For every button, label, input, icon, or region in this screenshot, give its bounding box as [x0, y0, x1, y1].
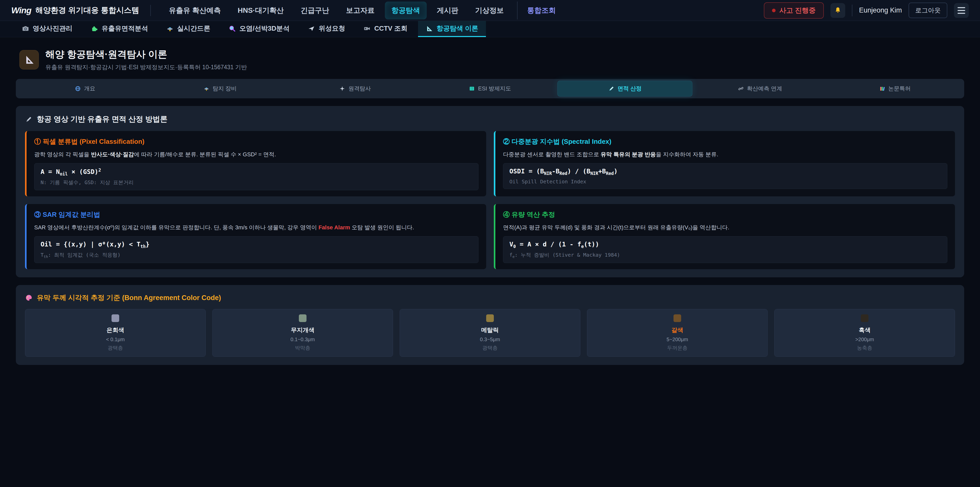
swatch-range: >200μm [779, 337, 951, 342]
swatch-card-black: 흑색 >200μm 농축층 [774, 309, 955, 357]
formula-box: OSDI = (BNIR-BRed) / (BNIR+BRed) Oil Spi… [503, 163, 947, 189]
formula: OSDI = (BNIR-BRed) / (BNIR+BRed) [509, 168, 941, 176]
magnifier-icon [229, 25, 236, 32]
logout-button[interactable]: 로그아웃 [908, 3, 947, 18]
nav-item-reports[interactable]: 보고자료 [339, 2, 381, 19]
swatch-card-rainbow: 무지개색 0.1~0.3μm 박막층 [212, 309, 393, 357]
puzzle-icon [91, 25, 98, 32]
page-subtitle: 유출유 원격탐지·항공감시 기법·ESI 방제정보지도·등록특허 10-1567… [45, 63, 247, 71]
page-header: 해양 항공탐색·원격탐사 이론 유출유 원격탐지·항공감시 기법·ESI 방제정… [0, 37, 980, 71]
tab-label: ESI 방제지도 [478, 85, 511, 93]
subtab-pollution-3d-analysis[interactable]: 오염/선박3D분석 [221, 21, 297, 37]
method-card-title: ③ SAR 임계값 분리법 [34, 210, 479, 219]
page-icon-box [19, 50, 39, 69]
link-icon [738, 86, 744, 92]
formula-box: A = Noil × (GSD)2 N: 기름 픽셀수, GSD: 지상 표본거… [34, 163, 479, 190]
nav-item-spill-forecast[interactable]: 유출유 확산예측 [162, 2, 228, 19]
formula-box: V0 = A × d / (1 - fe(t)) fe: 누적 증발비 (Sti… [503, 236, 947, 263]
formula-box: Oil = {(x,y) | σ⁰(x,y) < Tth} Tth: 최적 임계… [34, 236, 479, 263]
page-title: 해양 항공탐색·원격탐사 이론 [45, 48, 247, 61]
subtab-satellite-request[interactable]: 위성요청 [300, 21, 353, 37]
bonn-heading: 유막 두께 시각적 추정 기준 (Bonn Agreement Color Co… [25, 293, 955, 302]
drone-icon [204, 86, 210, 92]
notification-button[interactable] [830, 3, 845, 18]
method-card-spectral-index: ② 다중분광 지수법 (Spectral Index) 다중분광 센서로 촬영한… [494, 131, 955, 196]
nav-item-weather[interactable]: 기상정보 [469, 2, 511, 19]
sub-navbar: 영상사진관리 유출유면적분석 실시간드론 오염/선박3D분석 위성요청 CCTV… [0, 21, 980, 37]
sparkle-icon [339, 86, 345, 92]
brand: Wing 해양환경 위기대응 통합시스템 [11, 5, 139, 16]
nav-divider [150, 5, 151, 16]
tab-overview[interactable]: 개요 [18, 81, 153, 97]
method-card-title: ② 다중분광 지수법 (Spectral Index) [503, 137, 947, 146]
subtab-realtime-drone[interactable]: 실시간드론 [159, 21, 218, 37]
swatch-card-metallic: 메탈릭 0.3~5μm 광택층 [400, 309, 580, 357]
subtab-label: 유출유면적분석 [102, 24, 148, 33]
camera-icon [22, 25, 29, 32]
subtab-label: 오염/선박3D분석 [239, 24, 290, 33]
tab-papers-patents[interactable]: 논문특허 [827, 81, 963, 97]
tab-label: 개요 [84, 85, 95, 93]
nav-item-rescue[interactable]: 긴급구난 [294, 2, 336, 19]
swatch-name: 갈색 [591, 326, 763, 334]
tab-label: 탐지 장비 [213, 85, 237, 93]
swatch-card-silver-gray: 은회색 < 0.1μm 광택층 [25, 309, 206, 357]
swatch-layer: 두꺼운층 [591, 345, 763, 351]
nav-item-hns[interactable]: HNS·대기확산 [231, 2, 290, 19]
methodology-heading: 항공 영상 기반 유출유 면적 산정 방법론 [25, 114, 955, 125]
books-icon [879, 86, 885, 92]
bonn-swatches: 은회색 < 0.1μm 광택층 무지개색 0.1~0.3μm 박막층 메탈릭 0… [25, 309, 955, 357]
incident-status-badge[interactable]: 사고 진행중 [764, 2, 824, 19]
swatch-name: 은회색 [29, 326, 201, 334]
method-card-body: 광학 영상의 각 픽셀을 반사도·색상·질감에 따라 기름/해수로 분류. 분류… [34, 150, 479, 158]
swatch-layer: 광택층 [29, 345, 201, 351]
false-alarm-highlight: False Alarm [318, 224, 350, 231]
formula-caption: fe: 누적 증발비 (Stiver & Mackay 1984) [509, 252, 941, 259]
swatch-name: 무지개색 [217, 326, 389, 334]
method-cards: ① 픽셀 분류법 (Pixel Classification) 광학 영상의 각… [25, 131, 955, 269]
formula-caption: N: 기름 픽셀수, GSD: 지상 표본거리 [41, 179, 472, 186]
method-card-title: ① 픽셀 분류법 (Pixel Classification) [34, 137, 479, 146]
tab-label: 원격탐사 [348, 85, 371, 93]
subtab-image-photo-management[interactable]: 영상사진관리 [14, 21, 80, 37]
subtab-label: 위성요청 [318, 24, 345, 33]
formula: Oil = {(x,y) | σ⁰(x,y) < Tth} [41, 241, 472, 249]
color-swatch [299, 315, 307, 322]
subtab-aerial-search-theory[interactable]: 항공탐색 이론 [418, 21, 486, 37]
color-swatch [673, 315, 681, 322]
top-navbar: Wing 해양환경 위기대응 통합시스템 유출유 확산예측 HNS·대기확산 긴… [0, 0, 980, 21]
tab-remote-sensing[interactable]: 원격탐사 [288, 81, 423, 97]
cctv-camera-icon [363, 25, 371, 32]
page-header-text: 해양 항공탐색·원격탐사 이론 유출유 원격탐지·항공감시 기법·ESI 방제정… [45, 48, 247, 71]
swatch-layer: 농축층 [779, 345, 951, 351]
nav-item-board[interactable]: 게시판 [430, 2, 465, 19]
methodology-heading-text: 항공 영상 기반 유출유 면적 산정 방법론 [37, 114, 167, 125]
bonn-color-code-panel: 유막 두께 시각적 추정 기준 (Bonn Agreement Color Co… [16, 285, 964, 365]
app-title: 해양환경 위기대응 통합시스템 [35, 5, 139, 16]
triangle-ruler-icon [426, 25, 433, 32]
plane-icon [308, 25, 315, 32]
tab-label: 논문특허 [888, 85, 911, 93]
tab-esi-map[interactable]: ESI 방제지도 [423, 81, 558, 97]
main-nav: 유출유 확산예측 HNS·대기확산 긴급구난 보고자료 항공탐색 게시판 기상정… [162, 2, 562, 19]
swatch-layer: 광택층 [404, 345, 576, 351]
method-card-body: 면적(A)과 평균 유막 두께(d) 및 풍화 경과 시간(t)으로부터 원래 … [503, 223, 947, 232]
incident-status-label: 사고 진행중 [779, 6, 816, 15]
subtab-label: 항공탐색 이론 [436, 24, 478, 33]
pencil-icon [608, 86, 614, 92]
menu-button[interactable] [954, 3, 969, 18]
subtab-oil-area-analysis[interactable]: 유출유면적분석 [83, 21, 156, 37]
section-tabbar: 개요 탐지 장비 원격탐사 ESI 방제지도 면적 산정 확산예측 연계 논문특… [16, 79, 964, 98]
nav-item-aerial-search[interactable]: 항공탐색 [385, 2, 427, 19]
method-card-sar-threshold: ③ SAR 임계값 분리법 SAR 영상에서 후방산란계수(σ⁰)의 임계값 이… [25, 204, 486, 269]
nav-item-integrated-search[interactable]: 통합조회 [517, 2, 563, 19]
tab-forecast-link[interactable]: 확산예측 연계 [692, 81, 827, 97]
color-swatch [861, 315, 869, 322]
method-card-pixel-classification: ① 픽셀 분류법 (Pixel Classification) 광학 영상의 각… [25, 131, 486, 196]
tab-detection-equipment[interactable]: 탐지 장비 [153, 81, 288, 97]
palette-icon [25, 294, 33, 302]
topnav-right: 사고 진행중 Eunjeong Kim 로그아웃 [764, 2, 969, 19]
method-card-title: ④ 유량 역산 추정 [503, 210, 947, 219]
subtab-cctv[interactable]: CCTV 조회 [356, 21, 415, 37]
tab-area-estimation[interactable]: 면적 산정 [557, 81, 692, 97]
